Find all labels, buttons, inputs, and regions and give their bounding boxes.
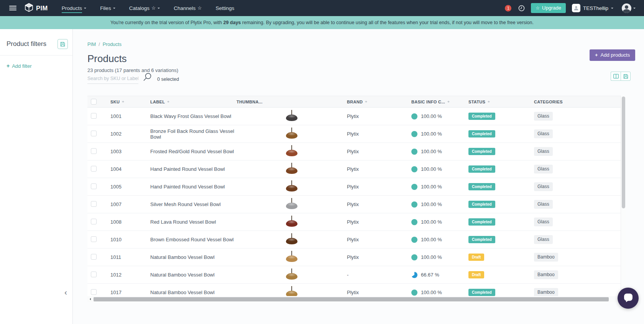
row-label[interactable]: Silver Mesh Round Vessel Bowl	[150, 201, 237, 207]
product-thumbnail[interactable]	[285, 145, 298, 159]
save-filter-button[interactable]	[58, 39, 68, 49]
table-row[interactable]: 1001 Black Wavy Frost Glass Vessel Bowl …	[87, 108, 621, 125]
completeness-pie-icon	[411, 254, 417, 260]
account-menu[interactable]: TESThellip	[572, 4, 613, 12]
row-brand: Plytix	[347, 219, 411, 225]
column-label[interactable]: LABEL	[150, 100, 165, 104]
status-badge: Completed	[468, 165, 495, 173]
row-label[interactable]: Brown Embossed Round Vessel Bowl	[150, 237, 237, 242]
breadcrumb-products[interactable]: Products	[103, 42, 122, 47]
search-icon[interactable]	[143, 72, 152, 83]
vertical-scrollbar[interactable]	[621, 96, 626, 296]
vertical-scrollbar-thumb[interactable]	[622, 97, 625, 208]
product-thumbnail[interactable]	[285, 286, 298, 296]
column-label[interactable]: THUMBNA...	[237, 100, 263, 104]
nav-item-catalogs[interactable]: Catalogs ☆	[129, 0, 160, 16]
completeness-pie-icon	[411, 149, 417, 155]
row-label[interactable]: Natural Bamboo Vessel Bowl	[150, 272, 237, 278]
row-label[interactable]: Bronze Foil Back Round Glass Vessel Bowl	[150, 128, 237, 140]
sort-icon[interactable]	[122, 100, 124, 104]
column-label[interactable]: BASIC INFO C...	[411, 100, 445, 104]
row-label[interactable]: Hand Painted Round Vessel Bowl	[150, 166, 237, 172]
select-all-checkbox[interactable]	[91, 99, 97, 105]
product-thumbnail[interactable]	[285, 250, 298, 264]
row-checkbox[interactable]	[91, 272, 97, 277]
nav-item-products[interactable]: Products	[62, 0, 86, 16]
completeness-pie-icon	[411, 131, 417, 137]
product-thumbnail[interactable]	[285, 127, 298, 141]
search-input[interactable]	[87, 74, 138, 84]
row-brand: Plytix	[347, 113, 411, 119]
column-label[interactable]: CATEGORIES	[534, 100, 563, 104]
row-checkbox[interactable]	[91, 148, 97, 154]
sort-icon[interactable]	[447, 100, 450, 104]
row-checkbox[interactable]	[91, 289, 97, 295]
category-chip: Glass	[534, 182, 553, 191]
row-checkbox[interactable]	[91, 113, 97, 119]
notification-badge[interactable]: 1	[505, 5, 511, 11]
user-avatar-menu[interactable]	[622, 3, 636, 13]
save-view-button[interactable]	[621, 72, 631, 81]
column-label[interactable]: BRAND	[347, 100, 363, 104]
row-checkbox[interactable]	[91, 131, 97, 136]
column-header-sku: SKU	[110, 100, 150, 104]
nav-item-channels[interactable]: Channels ☆	[174, 0, 202, 16]
category-chip: Glass	[534, 112, 553, 121]
history-clock-icon[interactable]	[518, 5, 525, 11]
sort-icon[interactable]	[488, 100, 490, 104]
columns-view-button[interactable]	[611, 72, 621, 81]
row-label[interactable]: Red Lava Round Vessel Bowl	[150, 219, 237, 225]
row-label[interactable]: Black Wavy Frost Glass Vessel Bowl	[150, 113, 237, 119]
product-thumbnail[interactable]	[285, 233, 298, 247]
nav-item-files[interactable]: Files	[100, 0, 115, 16]
product-thumbnail[interactable]	[285, 268, 298, 282]
table-row[interactable]: 1008 Red Lava Round Vessel Bowl Plytix 1…	[87, 213, 621, 231]
upgrade-button[interactable]: ☆ Upgrade	[531, 3, 566, 13]
chat-icon	[623, 292, 634, 304]
status-badge: Completed	[468, 183, 495, 190]
row-label[interactable]: Hand Painted Round Vessel Bowl	[150, 184, 237, 190]
row-checkbox[interactable]	[91, 183, 97, 189]
row-sku: 1008	[110, 219, 150, 225]
app-logo[interactable]: PIM	[25, 3, 48, 13]
row-label[interactable]: Natural Bamboo Vessel Bowl	[150, 290, 237, 295]
horizontal-scrollbar[interactable]	[87, 296, 626, 302]
row-checkbox[interactable]	[91, 166, 97, 172]
table-row[interactable]: 1002 Bronze Foil Back Round Glass Vessel…	[87, 125, 621, 143]
table-row[interactable]: 1011 Natural Bamboo Vessel Bowl Plytix 1…	[87, 249, 621, 266]
breadcrumb-pim[interactable]: PIM	[87, 42, 96, 47]
column-label[interactable]: STATUS	[468, 100, 485, 104]
column-label[interactable]: SKU	[110, 100, 120, 104]
product-thumbnail[interactable]	[285, 215, 298, 229]
chat-launcher-button[interactable]	[618, 288, 639, 309]
hamburger-menu-icon[interactable]	[9, 6, 16, 11]
horizontal-scrollbar-thumb[interactable]	[94, 297, 609, 301]
table-row[interactable]: 1005 Hand Painted Round Vessel Bowl Plyt…	[87, 178, 621, 196]
row-checkbox[interactable]	[91, 254, 97, 260]
nav-item-settings[interactable]: Settings	[215, 0, 234, 16]
add-filter-button[interactable]: + Add filter	[0, 56, 72, 76]
product-thumbnail[interactable]	[285, 180, 298, 194]
row-sku: 1003	[110, 149, 150, 154]
product-thumbnail[interactable]	[285, 162, 298, 176]
add-products-button[interactable]: + Add products	[590, 49, 635, 61]
product-thumbnail[interactable]	[285, 198, 298, 211]
status-badge: Draft	[468, 271, 484, 278]
row-checkbox[interactable]	[91, 219, 97, 224]
table-row[interactable]: 1010 Brown Embossed Round Vessel Bowl Pl…	[87, 231, 621, 249]
sort-icon[interactable]	[167, 100, 169, 104]
sort-icon[interactable]	[365, 100, 367, 104]
table-row[interactable]: 1012 Natural Bamboo Vessel Bowl - 66.67 …	[87, 266, 621, 284]
row-label[interactable]: Frosted Red/Gold Round Vessel Bowl	[150, 149, 237, 154]
table-header: SKU LABEL THUMBNA... BRAND BASIC INFO C.…	[87, 96, 621, 108]
row-checkbox[interactable]	[91, 201, 97, 207]
table-row[interactable]: 1003 Frosted Red/Gold Round Vessel Bowl …	[87, 143, 621, 160]
table-row[interactable]: 1007 Silver Mesh Round Vessel Bowl Plyti…	[87, 196, 621, 213]
row-label[interactable]: Natural Bamboo Vessel Bowl	[150, 254, 237, 260]
table-row[interactable]: 1004 Hand Painted Round Vessel Bowl Plyt…	[87, 160, 621, 178]
row-checkbox[interactable]	[91, 236, 97, 242]
product-thumbnail[interactable]	[285, 110, 298, 123]
scroll-left-arrow-icon[interactable]	[89, 298, 91, 300]
collapse-sidebar-icon[interactable]: ‹	[64, 290, 67, 295]
table-row[interactable]: 1017 Natural Bamboo Vessel Bowl Plytix 1…	[87, 284, 621, 296]
